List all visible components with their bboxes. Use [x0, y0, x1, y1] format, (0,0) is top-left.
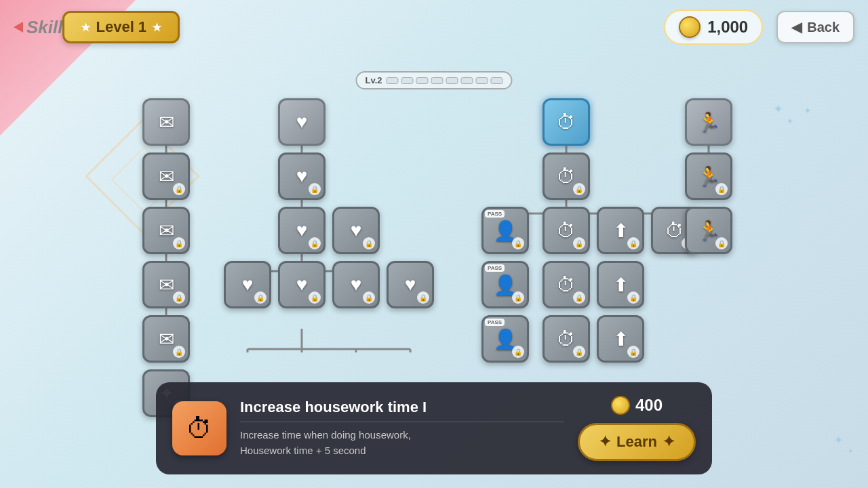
level-star-left: ★ — [81, 21, 90, 34]
back-arrow-icon: ◀ — [791, 19, 802, 35]
lock-icon-h3b: 🔒 — [363, 237, 375, 249]
level-seg-2 — [401, 77, 414, 84]
skill-tree: ✉ ✉ 🔒 ✉ 🔒 ✉ 🔒 ✉ 🔒 ✦ 🔒 ♥ ♥ 🔒 — [122, 95, 814, 352]
skill-node-clock-5b[interactable]: ⏱ 🔒 — [542, 315, 590, 363]
sparkle-icon: ✦ — [834, 434, 843, 447]
back-label: Back — [807, 20, 840, 35]
lock-icon-c5c: 🔒 — [627, 346, 639, 358]
skill-node-heart[interactable]: ♥ — [278, 98, 326, 146]
lock-icon-c2: 🔒 — [573, 183, 585, 195]
skill-node-mail-5[interactable]: ✉ 🔒 — [142, 315, 190, 363]
lock-icon-h3: 🔒 — [309, 237, 321, 249]
level-bar-segments — [387, 77, 503, 84]
skill-node-runner[interactable]: 🏃 — [685, 98, 732, 146]
skill-logo: Skill — [14, 17, 62, 38]
lock-icon-h4a: 🔒 — [254, 291, 267, 304]
char-heart-icon-c: ♥ — [351, 274, 362, 296]
lock-icon-p1: 🔒 — [512, 237, 524, 249]
lock-icon-h4d: 🔒 — [417, 291, 429, 304]
pass-badge-3: PASS — [485, 319, 505, 326]
lock-icon-c4b: 🔒 — [573, 291, 585, 304]
learn-label: Learn — [616, 433, 657, 451]
logo-arrow-icon — [14, 22, 23, 33]
level-badge: ★ Level 1 ★ — [62, 11, 180, 43]
mail-lock-icon-3: ✉ — [159, 274, 174, 296]
skill-node-heart-4b[interactable]: ♥ 🔒 — [278, 261, 326, 308]
lock-icon-4: 🔒 — [173, 346, 185, 358]
header: Skill ★ Level 1 ★ 1,000 ◀ Back — [0, 0, 868, 54]
runner-icon: 🏃 — [697, 111, 721, 134]
level-seg-3 — [416, 77, 429, 84]
learn-sparkle-right: ✦ — [663, 433, 675, 451]
logo-text: Skill — [26, 17, 62, 38]
skill-node-pass-3[interactable]: PASS 👤 🔒 — [481, 315, 529, 363]
skill-node-heart-4a[interactable]: ♥ 🔒 — [224, 261, 271, 308]
skill-node-upload-3c[interactable]: ⬆ 🔒 — [597, 207, 644, 254]
upload-icon: ⬆ — [613, 220, 629, 242]
coin-amount: 1,000 — [707, 18, 748, 37]
coin-display: 1,000 — [664, 9, 763, 45]
clock-lock-icon-b: ⏱ — [557, 220, 576, 242]
skill-detail-description: Increase time when doing housework, Hous… — [240, 428, 564, 458]
lock-icon-3: 🔒 — [173, 291, 185, 304]
skill-node-clock-active[interactable]: ⏱ — [542, 98, 590, 146]
level-star-right: ★ — [152, 21, 161, 34]
lock-icon-p2: 🔒 — [512, 291, 524, 304]
skill-node-mail-2[interactable]: ✉ 🔒 — [142, 152, 190, 200]
skill-node-mail-4[interactable]: ✉ 🔒 — [142, 261, 190, 308]
skill-node-mail[interactable]: ✉ — [142, 98, 190, 146]
clock-lock-icon-4b: ⏱ — [557, 274, 576, 296]
skill-node-heart-3[interactable]: ♥ 🔒 — [278, 207, 326, 254]
skill-node-upload-4c[interactable]: ⬆ 🔒 — [597, 261, 644, 308]
clock-lock-icon-5b: ⏱ — [557, 328, 576, 350]
lock-icon-r3: 🔒 — [715, 237, 728, 249]
desc-line-1: Increase time when doing housework, — [240, 429, 411, 441]
skill-node-heart-2[interactable]: ♥ 🔒 — [278, 152, 326, 200]
skill-detail-icon: ⏱ — [172, 401, 226, 455]
clock-skill-icon: ⏱ — [186, 413, 213, 444]
sparkle-icon: ✦ — [848, 447, 853, 455]
skill-node-mail-3[interactable]: ✉ 🔒 — [142, 207, 190, 254]
back-button[interactable]: ◀ Back — [776, 11, 854, 43]
learn-button[interactable]: ✦ Learn ✦ — [578, 423, 696, 461]
skill-node-clock-4b[interactable]: ⏱ 🔒 — [542, 261, 590, 308]
skill-detail-divider — [240, 422, 564, 422]
lock-icon-c3c: 🔒 — [627, 237, 639, 249]
char-heart-icon-b: ♥ — [296, 274, 308, 296]
heart-plus-icon: ♥ — [296, 165, 308, 187]
upload-icon-5c: ⬆ — [613, 328, 629, 350]
learn-sparkle-left: ✦ — [599, 433, 611, 451]
skill-node-heart-4d[interactable]: ♥ 🔒 — [387, 261, 434, 308]
lock-icon-2: 🔒 — [173, 237, 185, 249]
level-seg-7 — [476, 77, 488, 84]
clock-icon: ⏱ — [557, 111, 576, 134]
skill-node-heart-3b[interactable]: ♥ 🔒 — [332, 207, 380, 254]
skill-node-clock-3b[interactable]: ⏱ 🔒 — [542, 207, 590, 254]
info-panel: ⏱ Increase housework time I Increase tim… — [156, 382, 712, 474]
skill-node-pass-1[interactable]: PASS 👤 🔒 — [481, 207, 529, 254]
skill-node-clock-2[interactable]: ⏱ 🔒 — [542, 152, 590, 200]
level-seg-1 — [387, 77, 399, 84]
level-seg-8 — [491, 77, 503, 84]
mail-lock-icon-2: ✉ — [159, 220, 174, 242]
skill-node-runner-2[interactable]: 🏃 🔒 — [685, 152, 732, 200]
clock-lock-icon: ⏱ — [557, 165, 576, 188]
char-heart-icon: ♥ — [242, 274, 254, 296]
clock-lock-icon-d: ⏱ — [665, 220, 684, 242]
skill-cost-display: 400 — [611, 396, 663, 415]
pass-badge-2: PASS — [485, 264, 505, 272]
level-label: Level 1 — [96, 18, 146, 36]
level-seg-4 — [431, 77, 443, 84]
level-bar: Lv.2 — [355, 71, 512, 89]
skill-cost-amount: 400 — [635, 396, 663, 415]
lock-icon-h2: 🔒 — [309, 183, 321, 195]
level-bar-label: Lv.2 — [365, 75, 382, 85]
skill-node-upload-5c[interactable]: ⬆ 🔒 — [597, 315, 644, 363]
skill-detail-actions: 400 ✦ Learn ✦ — [578, 396, 696, 461]
lock-icon-c4c: 🔒 — [627, 291, 639, 304]
skill-node-heart-4c[interactable]: ♥ 🔒 — [332, 261, 380, 308]
skill-nodes-container: ✉ ✉ 🔒 ✉ 🔒 ✉ 🔒 ✉ 🔒 ✦ 🔒 ♥ ♥ 🔒 — [122, 95, 814, 352]
skill-node-pass-2[interactable]: PASS 👤 🔒 — [481, 261, 529, 308]
skill-node-runner-3[interactable]: 🏃 🔒 — [685, 207, 732, 254]
skill-detail-content: Increase housework time I Increase time … — [240, 399, 564, 458]
